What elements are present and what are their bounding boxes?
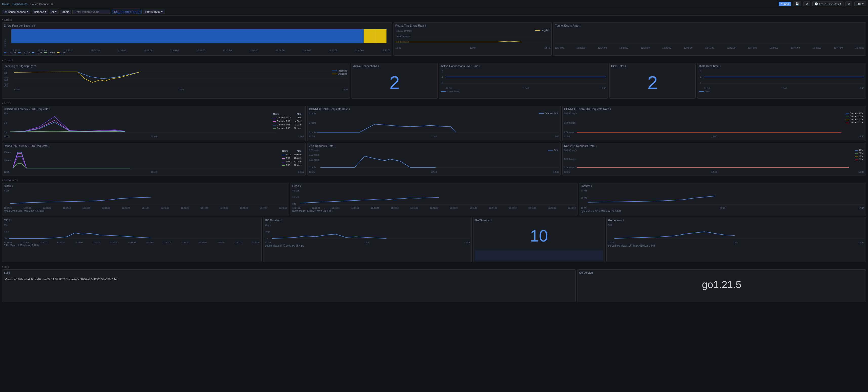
panel-dials-time: Dials Over Time ℹ 4 2 0 12:3512:4012:45 …	[697, 63, 866, 99]
svg-text:500: 500	[608, 224, 612, 226]
legend-item-3: — 0.5+	[44, 51, 55, 54]
chevron-down-icon-2: ▾	[862, 2, 864, 6]
svg-text:100.00 errors/s: 100.00 errors/s	[396, 30, 412, 32]
svg-text:50.00 errors/s: 50.00 errors/s	[396, 35, 410, 38]
info-row: Build Version=5.0.0-beta4 Time=02 Jan 24…	[2, 269, 866, 302]
time-labels-gc: 12:3512:4012:45	[265, 241, 470, 244]
save-button[interactable]: 💾	[793, 2, 801, 6]
time-labels-cpu: 12:34:0012:35:0012:36:0012:37:0012:38:00…	[4, 241, 260, 243]
section-tunnel[interactable]: Tunnel	[2, 57, 866, 63]
variable-input[interactable]	[72, 10, 110, 14]
time-labels-tunnel-errors: 12:34:0012:35:0012:36:0012:37:0012:38:00…	[555, 46, 864, 49]
section-http[interactable]: HTTP	[2, 100, 866, 106]
svg-text:0.00 errors/s: 0.00 errors/s	[396, 41, 409, 43]
stack-stat: bytes Mean: 3.02 MB Max: 8.13 MB	[4, 210, 287, 213]
add-button[interactable]: ✦ Add	[779, 2, 791, 6]
panel-roundtrip-errors: Round Trip Errors Rate ℹ net_dial 100.00…	[394, 22, 552, 56]
panel-go-version: Go Version go1.21.5	[577, 269, 866, 302]
section-info[interactable]: Info	[2, 264, 866, 269]
auto-refresh[interactable]: 30s ▾	[854, 2, 866, 6]
info-icon-gc-duration[interactable]: ℹ	[281, 219, 282, 222]
filter-ds[interactable]: DS_PROMETHEUS	[112, 10, 142, 14]
info-icon-active-conn[interactable]: ℹ	[378, 65, 379, 68]
non2xx-rate-chart: 100.00 req/s 50.00 req/s 0.00 req/s	[564, 149, 849, 170]
dials-legend: dials	[699, 90, 864, 93]
panel-title-errors-rate: Errors Rate per Second ℹ	[4, 24, 390, 27]
time-labels-io: 12:3512:4012:45	[14, 88, 348, 91]
info-icon-connect-non2xx[interactable]: ℹ	[610, 108, 611, 110]
info-icon-2xx-rate[interactable]: ℹ	[335, 145, 336, 148]
info-icon-connect-2xx[interactable]: ℹ	[349, 108, 350, 110]
panel-title-dials-total: Dials Total ℹ	[611, 64, 694, 68]
connect-non2xx-legend: Connect 2XX Connect 3XX Connect 4XX Conn…	[846, 112, 863, 124]
section-errors[interactable]: Errors	[2, 17, 866, 22]
svg-text:5 MB: 5 MB	[4, 189, 9, 192]
svg-text:40 μs: 40 μs	[265, 224, 271, 226]
filters-bar: job sauce-connect ▾ instance ▾ All ▾ lab…	[0, 8, 868, 16]
io-chart	[14, 69, 348, 88]
info-icon-tunnel-errors[interactable]: ℹ	[580, 24, 581, 27]
svg-rect-0	[11, 29, 364, 43]
filter-labels[interactable]: labels	[60, 10, 71, 14]
heap-chart: 40 MB 20 MB 0 B	[292, 188, 576, 206]
panel-title-go-threads: Go Threads ℹ	[475, 219, 603, 222]
svg-text:200 ms: 200 ms	[4, 159, 11, 162]
roundtrip-legend: net_dial	[535, 29, 549, 32]
svg-text:0 s: 0 s	[4, 131, 7, 134]
settings-button[interactable]: ⚙	[803, 2, 810, 6]
goroutines-stat: goroutines Mean: 177 Max: 619 Last: 545	[608, 244, 864, 247]
svg-text:4 req/s: 4 req/s	[309, 112, 316, 115]
panel-title-connect-non2xx: CONNECT Non-2XX Requests Rate ℹ	[564, 107, 864, 110]
heap-stat: bytes Mean: 13.0 MB Max: 39.1 MB	[292, 210, 576, 213]
2xx-rate-chart: 0.03 req/s 0.02 req/s 0.01 req/s 0 req/s	[309, 149, 559, 170]
resources-row1: Stack ℹ 5 MB 12:34:0012:35:0012:36:0012:…	[2, 183, 866, 216]
connect-latency-chart: 10 s 5 s 0 s	[4, 111, 276, 134]
gc-chart: 40 μs 20 μs 0 s	[265, 223, 470, 240]
info-icon-errors[interactable]: ℹ	[34, 24, 35, 27]
svg-text:20 MB: 20 MB	[292, 196, 299, 199]
svg-text:50 MB: 50 MB	[581, 189, 587, 192]
breadcrumb-dashboards[interactable]: Dashboards	[12, 3, 27, 6]
svg-text:4: 4	[442, 70, 443, 72]
filter-all[interactable]: All ▾	[50, 10, 58, 14]
errors-row: Errors Rate per Second ℹ errors/s 12:34:…	[2, 22, 866, 56]
info-icon-dials-total[interactable]: ℹ	[625, 65, 626, 68]
breadcrumb-home[interactable]: Home	[2, 3, 9, 6]
errors-chart	[11, 28, 390, 48]
info-icon-connect-latency[interactable]: ℹ	[49, 108, 50, 110]
filter-prometheus[interactable]: Prometheus ▾	[143, 10, 165, 14]
section-resources[interactable]: Resources	[2, 177, 866, 183]
svg-text:2: 2	[442, 76, 443, 78]
resources-row2: CPU ℹ 5% 2.5% 0% 12:34:0012:35:0012:36:0…	[2, 217, 866, 262]
info-icon-go-threads[interactable]: ℹ	[491, 219, 492, 222]
system-stat: bytes Mean: 30.7 MB Max: 62.0 MB	[581, 210, 864, 213]
chevron-down-icon-3: ▾	[27, 10, 29, 13]
refresh-button[interactable]: ↺	[845, 2, 852, 6]
active-conn-legend: connections	[441, 90, 606, 93]
info-icon-dials-time[interactable]: ℹ	[720, 65, 721, 68]
svg-text:0%: 0%	[4, 237, 7, 240]
roundtrip-latency-legend: NameMax P100500 ms P99484 ms P95421 ms P…	[281, 149, 303, 167]
info-icon-goroutines[interactable]: ℹ	[623, 219, 624, 222]
panel-title-active-conn: Active Connections ℹ	[353, 64, 436, 68]
filter-instance[interactable]: instance ▾	[32, 10, 48, 14]
info-icon-stack[interactable]: ℹ	[12, 185, 13, 187]
panel-title-io: Incoming / Outgoing Bytes	[4, 64, 348, 68]
info-icon-system[interactable]: ℹ	[591, 185, 592, 187]
http-row2: RoundTrip Latency - 2XX Requests ℹ NameM…	[2, 143, 866, 175]
svg-text:0.01 req/s: 0.01 req/s	[309, 159, 319, 161]
dials-chart: 4 2 0	[699, 69, 864, 86]
panel-errors-rate: Errors Rate per Second ℹ errors/s 12:34:…	[2, 22, 392, 56]
info-icon-roundtrip[interactable]: ℹ	[425, 24, 426, 27]
panel-title-stack: Stack ℹ	[4, 184, 287, 187]
info-icon-roundtrip-latency[interactable]: ℹ	[49, 145, 50, 148]
filter-job[interactable]: job sauce-connect ▾	[2, 10, 30, 14]
info-icon-active-conn-time[interactable]: ℹ	[479, 65, 480, 68]
share-icon[interactable]: ⎘	[51, 3, 53, 6]
time-picker[interactable]: 🕐 Last 15 minutes ▾	[812, 2, 844, 6]
info-icon-non2xx-rate[interactable]: ℹ	[596, 145, 597, 148]
svg-text:0.00 req/s: 0.00 req/s	[564, 131, 575, 134]
info-icon-cpu[interactable]: ℹ	[11, 219, 12, 222]
info-icon-heap[interactable]: ℹ	[300, 185, 301, 187]
chevron-down-icon-5: ▾	[55, 10, 57, 13]
